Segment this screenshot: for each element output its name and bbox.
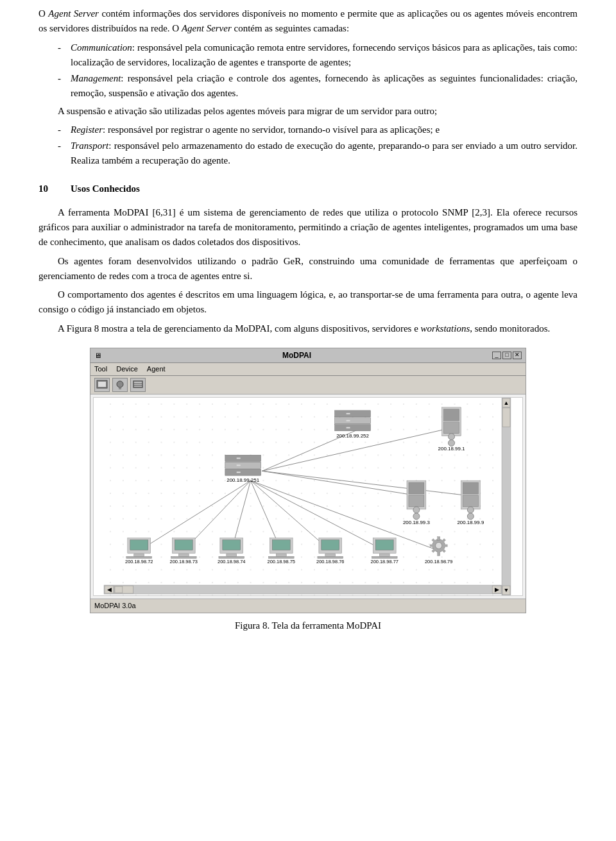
- svg-rect-69: [276, 554, 286, 557]
- svg-point-49: [467, 507, 474, 513]
- svg-rect-41: [409, 483, 424, 495]
- svg-text:▼: ▼: [504, 587, 509, 593]
- figure-window-title: MoDPAI: [282, 350, 311, 362]
- main-content: O Agent Server contém informações dos se…: [38, 6, 578, 634]
- figure-titlebar: 🖥 MoDPAI _ □ ✕: [90, 348, 526, 364]
- svg-rect-28: [444, 409, 459, 421]
- svg-rect-4: [133, 381, 142, 387]
- svg-point-31: [449, 440, 455, 446]
- svg-rect-99: [502, 408, 510, 427]
- paragraph-d: A Figura 8 mostra a tela de gerenciament…: [38, 321, 578, 336]
- window-controls[interactable]: _ □ ✕: [492, 352, 522, 359]
- svg-rect-29: [444, 422, 459, 434]
- svg-rect-47: [463, 483, 478, 495]
- register-term: Register: [71, 124, 103, 135]
- maximize-button[interactable]: □: [502, 352, 511, 359]
- paragraph-suspension: A suspensão e ativação são utilizadas pe…: [58, 104, 578, 119]
- svg-text:200.18.99.9: 200.18.99.9: [457, 520, 484, 525]
- list-item-register: Register: responsável por registrar o ag…: [58, 123, 578, 137]
- svg-rect-84: [438, 537, 440, 541]
- svg-point-44: [413, 513, 420, 520]
- section-number: 10: [38, 182, 71, 196]
- svg-rect-38: [237, 472, 241, 473]
- svg-rect-106: [115, 586, 123, 593]
- workstations-term: workstations: [421, 323, 470, 334]
- svg-text:200.18.98.79: 200.18.98.79: [425, 559, 452, 565]
- svg-rect-34: [225, 463, 261, 469]
- status-text: MoDPAI 3.0a: [94, 600, 136, 611]
- management-text: : responsável pela criação e controle do…: [71, 73, 578, 98]
- toolbar-icon-2[interactable]: [112, 378, 128, 392]
- node-ws5: 200.18.98.76: [316, 538, 344, 565]
- svg-rect-68: [272, 540, 290, 550]
- svg-text:200.18.99.3: 200.18.99.3: [403, 520, 431, 525]
- minimize-button[interactable]: _: [492, 352, 501, 359]
- svg-text:200.18.98.74: 200.18.98.74: [218, 559, 245, 565]
- svg-rect-73: [321, 540, 339, 550]
- network-canvas: 200.18.99.252 200.18.99.1: [93, 397, 523, 596]
- svg-rect-74: [325, 554, 336, 557]
- svg-rect-59: [178, 554, 189, 557]
- menu-tool[interactable]: Tool: [94, 364, 107, 375]
- node-ws4: 200.18.98.75: [268, 538, 295, 565]
- svg-rect-60: [171, 557, 196, 559]
- svg-rect-54: [134, 554, 144, 557]
- svg-text:▲: ▲: [504, 400, 509, 406]
- layers-list-2: Register: responsável por registrar o ag…: [58, 123, 578, 169]
- svg-text:200.18.98.73: 200.18.98.73: [170, 559, 198, 565]
- svg-rect-1: [98, 382, 106, 387]
- communication-term: Communication: [71, 42, 132, 53]
- svg-rect-35: [225, 470, 261, 476]
- svg-rect-21: [335, 418, 371, 424]
- svg-point-50: [467, 513, 474, 520]
- svg-rect-24: [346, 420, 350, 421]
- figure-title-icon: 🖥: [94, 350, 101, 361]
- svg-rect-55: [126, 557, 152, 559]
- node-ws2: 200.18.98.73: [170, 538, 198, 565]
- svg-rect-48: [463, 495, 478, 507]
- svg-rect-100: [104, 585, 502, 594]
- svg-text:200.18.99.252: 200.18.99.252: [336, 433, 369, 439]
- toolbar-icon-3[interactable]: [130, 378, 146, 392]
- node-server1: 200.18.99.252: [335, 411, 371, 439]
- toolbar-icon-1[interactable]: [94, 378, 110, 392]
- svg-rect-64: [227, 554, 237, 557]
- scrollbar-horizontal[interactable]: ◀ ▶: [104, 585, 502, 594]
- agent-server-term-2: Agent Server: [182, 23, 232, 33]
- section-title: Usos Conhecidos: [71, 182, 140, 196]
- network-svg: 200.18.99.252 200.18.99.1: [94, 398, 522, 595]
- svg-text:200.18.99.1: 200.18.99.1: [438, 446, 466, 452]
- svg-rect-70: [268, 557, 294, 559]
- paragraph-1: O Agent Server contém informações dos se…: [38, 6, 578, 37]
- transport-text: : responsável pelo armazenamento do esta…: [71, 140, 578, 166]
- menu-agent[interactable]: Agent: [147, 364, 166, 375]
- node-ws6: 200.18.98.77: [371, 538, 398, 565]
- svg-rect-23: [346, 413, 350, 414]
- svg-rect-75: [318, 557, 343, 559]
- svg-text:◀: ◀: [107, 586, 112, 593]
- paragraph-a: A ferramenta MoDPAI [6,31] é um sistema …: [38, 205, 578, 250]
- svg-text:200.18.98.72: 200.18.98.72: [125, 559, 153, 565]
- svg-rect-63: [223, 540, 241, 550]
- svg-rect-33: [225, 455, 261, 462]
- svg-point-83: [436, 543, 442, 549]
- menu-device[interactable]: Device: [116, 364, 138, 375]
- svg-text:200.18.98.76: 200.18.98.76: [316, 559, 344, 565]
- node-server3: 200.18.99.251: [225, 455, 261, 484]
- communication-text: : responsável pela comunicação remota en…: [71, 42, 578, 67]
- register-text: : responsável por registrar o agente no …: [103, 124, 440, 135]
- transport-term: Transport: [71, 140, 108, 151]
- scrollbar-vertical[interactable]: ▲ ▼: [502, 398, 511, 595]
- close-button[interactable]: ✕: [513, 352, 522, 359]
- svg-point-43: [413, 507, 420, 513]
- svg-rect-78: [375, 540, 393, 550]
- list-item-transport: Transport: responsável pelo armazenament…: [58, 139, 578, 169]
- svg-rect-53: [130, 540, 148, 550]
- figure-8-container: 🖥 MoDPAI _ □ ✕ Tool Device Agent: [90, 348, 526, 614]
- svg-text:▶: ▶: [495, 586, 499, 593]
- agent-server-term-1: Agent Server: [48, 8, 99, 19]
- svg-rect-25: [346, 427, 350, 429]
- svg-rect-65: [219, 557, 244, 559]
- figure-menubar: Tool Device Agent: [90, 363, 526, 376]
- svg-rect-20: [335, 411, 371, 417]
